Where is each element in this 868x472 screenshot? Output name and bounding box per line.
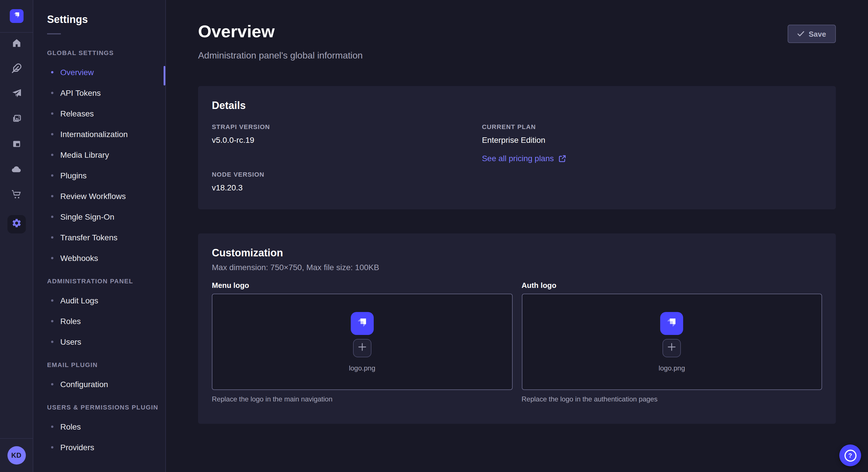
pricing-plans-link-label: See all pricing plans (482, 154, 554, 163)
save-button[interactable]: Save (787, 25, 836, 43)
sidebar-item-up-providers[interactable]: Providers (33, 437, 165, 458)
sidebar-item-api-tokens[interactable]: API Tokens (33, 82, 165, 103)
help-button[interactable]: ? (839, 444, 861, 466)
check-icon (797, 31, 804, 37)
nav-media-library[interactable] (6, 113, 27, 124)
sidebar-item-label: Plugins (60, 171, 87, 180)
sidebar-item-transfer-tokens[interactable]: Transfer Tokens (33, 227, 165, 248)
sidebar-item-label: API Tokens (60, 88, 101, 98)
section-administration-panel: Administration Panel Audit Logs Roles Us… (33, 278, 165, 352)
external-link-icon (559, 155, 566, 162)
pricing-plans-link[interactable]: See all pricing plans (482, 154, 566, 163)
menu-logo-upload-box[interactable]: logo.png (212, 294, 513, 390)
sidebar-item-label: Transfer Tokens (60, 233, 117, 242)
section-header: Email Plugin (47, 361, 165, 368)
page-subtitle: Administration panel's global informatio… (198, 50, 836, 61)
sidebar-item-overview[interactable]: Overview (33, 62, 165, 82)
upload-hint: Replace the logo in the authentication p… (522, 395, 822, 403)
field-label: Strapi Version (212, 123, 468, 130)
sidebar-item-audit-logs[interactable]: Audit Logs (33, 290, 165, 311)
page-title: Overview (198, 23, 275, 40)
bullet-icon (51, 299, 53, 302)
nav-releases[interactable] (6, 88, 27, 99)
details-card-title: Details (212, 100, 822, 112)
sidebar-item-admin-users[interactable]: Users (33, 332, 165, 352)
paper-plane-icon (11, 88, 22, 99)
nav-content-builder[interactable] (6, 63, 27, 73)
details-card: Details Strapi Version v5.0.0-rc.19 Node… (198, 86, 836, 209)
nav-marketplace[interactable] (6, 189, 27, 200)
strapi-logo-icon (355, 315, 369, 331)
sidebar-scrollbar-thumb[interactable] (164, 66, 165, 86)
upload-hint: Replace the logo in the main navigation (212, 395, 513, 403)
nav-settings-active[interactable] (7, 215, 26, 233)
sidebar-item-email-configuration[interactable]: Configuration (33, 374, 165, 395)
nav-cloud[interactable] (6, 164, 27, 174)
upload-label: Auth logo (522, 281, 822, 290)
bullet-icon (51, 446, 53, 448)
bullet-icon (51, 92, 53, 94)
sidebar-item-label: Webhooks (60, 254, 98, 263)
auth-logo-upload-box[interactable]: logo.png (522, 294, 822, 390)
sidebar-item-up-roles[interactable]: Roles (33, 416, 165, 437)
bullet-icon (51, 195, 53, 197)
sidebar-item-releases[interactable]: Releases (33, 103, 165, 124)
sidebar-item-plugins[interactable]: Plugins (33, 165, 165, 186)
plus-icon (358, 343, 366, 353)
sidebar-item-label: Overview (60, 68, 94, 77)
rail-nav-items (6, 38, 27, 233)
settings-sidebar: Settings Global Settings Overview API To… (33, 0, 166, 472)
bullet-icon (51, 341, 53, 343)
rail-divider (0, 438, 33, 439)
logo-filename: logo.png (658, 364, 685, 372)
add-logo-button[interactable] (353, 339, 371, 357)
home-icon (11, 38, 22, 48)
bullet-icon (51, 426, 53, 428)
sidebar-item-webhooks[interactable]: Webhooks (33, 248, 165, 268)
sidebar-item-admin-roles[interactable]: Roles (33, 311, 165, 332)
main-nav-rail: KD (0, 0, 33, 472)
sidebar-item-label: Roles (60, 316, 81, 326)
strapi-logo[interactable] (9, 9, 23, 23)
field-value: v5.0.0-rc.19 (212, 135, 468, 144)
field-label: Current Plan (482, 123, 822, 130)
sidebar-item-review-workflows[interactable]: Review Workflows (33, 186, 165, 206)
field-value: Enterprise Edition (482, 135, 822, 144)
bullet-icon (51, 174, 53, 177)
field-node-version: Node Version v18.20.3 (212, 171, 468, 192)
cart-icon (11, 189, 22, 200)
add-logo-button[interactable] (663, 339, 681, 357)
menu-logo-field: Menu logo (212, 281, 513, 403)
strapi-logo-icon (665, 315, 679, 331)
field-strapi-version: Strapi Version v5.0.0-rc.19 (212, 123, 468, 144)
upload-label: Menu logo (212, 281, 513, 290)
sidebar-item-internationalization[interactable]: Internationalization (33, 124, 165, 144)
page-header: Overview Save Administration panel's glo… (166, 0, 868, 61)
nav-content-manager[interactable] (6, 139, 27, 149)
customization-card-title: Customization (212, 247, 822, 259)
bullet-icon (51, 383, 53, 385)
sidebar-item-label: Single Sign-On (60, 212, 114, 222)
nav-home[interactable] (6, 38, 27, 48)
section-email-plugin: Email Plugin Configuration (33, 361, 165, 395)
rail-divider (0, 32, 33, 33)
user-avatar[interactable]: KD (7, 446, 26, 465)
bullet-icon (51, 133, 53, 135)
images-icon (11, 113, 22, 124)
field-current-plan: Current Plan Enterprise Edition See all … (482, 123, 822, 164)
sidebar-item-label: Roles (60, 422, 81, 431)
sidebar-title-divider (47, 33, 61, 34)
sidebar-item-label: Review Workflows (60, 192, 126, 201)
sidebar-title: Settings (47, 14, 165, 26)
cloud-icon (11, 164, 22, 175)
sidebar-item-media-library[interactable]: Media Library (33, 144, 165, 165)
sidebar-item-single-sign-on[interactable]: Single Sign-On (33, 206, 165, 227)
app-window: KD Settings Global Settings Overview API… (0, 0, 868, 472)
sidebar-item-label: Media Library (60, 150, 109, 160)
bullet-icon (51, 216, 53, 218)
customization-card: Customization Max dimension: 750×750, Ma… (198, 233, 836, 424)
feather-icon (11, 63, 22, 73)
bullet-icon (51, 257, 53, 259)
save-button-label: Save (809, 30, 826, 38)
layout-icon (11, 139, 22, 149)
